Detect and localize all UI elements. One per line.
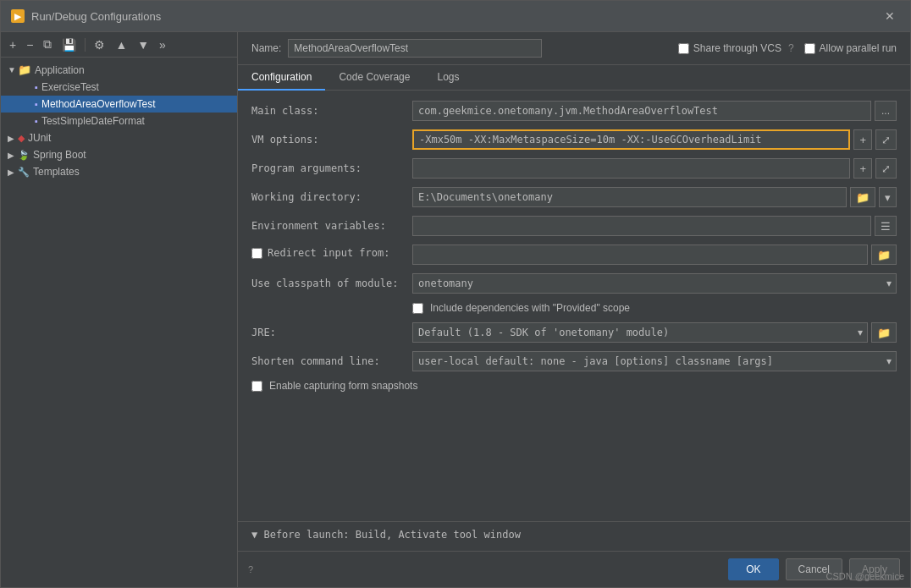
tree-item-label: JUnit	[28, 132, 51, 144]
config-toolbar: + − ⧉ 💾 ⚙ ▲ ▼ »	[1, 32, 237, 58]
jre-row: JRE: Default (1.8 - SDK of 'onetomany' m…	[251, 322, 897, 343]
redirect-input-label: Redirect input from:	[268, 247, 390, 259]
program-args-add-button[interactable]: +	[853, 158, 872, 179]
name-label: Name:	[251, 42, 281, 54]
main-class-row: Main class: ...	[251, 101, 897, 121]
tree-item-label: Application	[35, 64, 85, 76]
main-content: + − ⧉ 💾 ⚙ ▲ ▼ » ▼ 📁 Application	[1, 32, 910, 587]
program-args-field: + ⤢	[412, 158, 897, 179]
enable-snapshots-row: Enable capturing form snapshots	[251, 380, 897, 392]
redirect-input-input[interactable]	[412, 245, 868, 265]
class-icon: ▪	[35, 82, 38, 92]
jre-label: JRE:	[251, 322, 412, 338]
before-launch-label: ▼ Before launch: Build, Activate tool wi…	[251, 529, 521, 541]
cancel-button[interactable]: Cancel	[786, 558, 842, 580]
name-input[interactable]	[288, 39, 542, 58]
allow-parallel-row: Allow parallel run	[804, 42, 897, 54]
tab-configuration[interactable]: Configuration	[238, 65, 325, 91]
more-button[interactable]: »	[156, 36, 169, 53]
right-panel: Name: Share through VCS ? Allow parallel…	[238, 32, 910, 587]
redirect-input-row: Redirect input from: 📁	[251, 245, 897, 265]
tree-item-label: Spring Boot	[33, 149, 86, 161]
program-args-expand-button[interactable]: ⤢	[875, 158, 897, 179]
classpath-label: Use classpath of module:	[251, 273, 412, 289]
env-vars-label: Environment variables:	[251, 216, 412, 232]
move-up-button[interactable]: ▲	[112, 36, 130, 53]
jre-select[interactable]: Default (1.8 - SDK of 'onetomany' module…	[412, 322, 868, 343]
separator	[85, 38, 86, 52]
move-down-button[interactable]: ▼	[134, 36, 152, 53]
shorten-cmd-select[interactable]: user-local default: none - java [options…	[412, 351, 897, 371]
env-vars-input[interactable]	[412, 216, 871, 236]
class-icon: ▪	[35, 116, 38, 126]
save-config-button[interactable]: 💾	[58, 36, 80, 53]
tree-item-templates[interactable]: ▶ 🔧 Templates	[1, 163, 237, 180]
name-row: Name: Share through VCS ? Allow parallel…	[238, 32, 910, 65]
vm-options-label: VM options:	[251, 129, 412, 146]
main-class-label: Main class:	[251, 101, 412, 117]
working-dir-input[interactable]	[412, 187, 847, 207]
class-icon: ▪	[35, 99, 38, 109]
shorten-cmd-field: user-local default: none - java [options…	[412, 351, 897, 371]
close-button[interactable]: ✕	[880, 8, 900, 25]
tree-item-testsimpledateformat[interactable]: ▪ TestSimpleDateFormat	[1, 113, 237, 129]
vm-options-field: + ⤢	[412, 129, 897, 150]
share-vcs-label: Share through VCS	[693, 42, 781, 54]
bottom-bar: ? OK Cancel Apply	[238, 551, 910, 587]
tree-item-exercisetest[interactable]: ▪ ExerciseTest	[1, 79, 237, 96]
working-dir-dropdown-button[interactable]: ▾	[879, 187, 897, 207]
vm-options-input[interactable]	[412, 129, 850, 150]
enable-snapshots-checkbox[interactable]	[251, 381, 262, 392]
main-class-browse-button[interactable]: ...	[875, 101, 897, 121]
env-vars-edit-button[interactable]: ☰	[875, 216, 897, 236]
before-launch-section: ▼ Before launch: Build, Activate tool wi…	[238, 521, 910, 551]
program-args-row: Program arguments: + ⤢	[251, 158, 897, 179]
working-dir-label: Working directory:	[251, 187, 412, 203]
jre-browse-button[interactable]: 📁	[871, 322, 897, 343]
apply-button[interactable]: Apply	[849, 558, 900, 580]
allow-parallel-label: Allow parallel run	[820, 42, 897, 54]
share-area: Share through VCS ? Allow parallel run	[678, 42, 897, 54]
vm-options-expand-button[interactable]: ⤢	[875, 129, 897, 150]
add-config-button[interactable]: +	[6, 36, 19, 53]
program-args-input[interactable]	[412, 158, 850, 179]
redirect-input-browse-button[interactable]: 📁	[871, 245, 897, 265]
redirect-input-checkbox[interactable]	[251, 248, 262, 259]
remove-config-button[interactable]: −	[23, 36, 36, 53]
vm-options-row: VM options: + ⤢	[251, 129, 897, 150]
share-vcs-checkbox[interactable]	[678, 43, 689, 54]
tree-item-methodareaoverflowtest[interactable]: ▪ MethodAreaOverflowTest	[1, 96, 237, 113]
main-class-input[interactable]	[412, 101, 871, 121]
working-dir-row: Working directory: 📁 ▾	[251, 187, 897, 207]
tree-item-label: MethodAreaOverflowTest	[41, 98, 156, 110]
vm-options-add-button[interactable]: +	[853, 129, 872, 150]
copy-config-button[interactable]: ⧉	[40, 36, 55, 53]
gear-button[interactable]: ⚙	[91, 36, 108, 53]
folder-icon: 📁	[18, 63, 31, 76]
tree-item-application[interactable]: ▼ 📁 Application	[1, 61, 237, 79]
tab-logs[interactable]: Logs	[423, 65, 472, 91]
ok-button[interactable]: OK	[728, 558, 778, 580]
tree-item-springboot[interactable]: ▶ 🍃 Spring Boot	[1, 146, 237, 163]
env-vars-field: ☰	[412, 216, 897, 236]
left-panel: + − ⧉ 💾 ⚙ ▲ ▼ » ▼ 📁 Application	[1, 32, 238, 587]
tab-code-coverage[interactable]: Code Coverage	[325, 65, 423, 91]
template-icon: 🔧	[18, 167, 30, 178]
allow-parallel-checkbox[interactable]	[804, 43, 815, 54]
redirect-input-field: 📁	[412, 245, 897, 265]
classpath-row: Use classpath of module: onetomany	[251, 273, 897, 294]
arrow-icon: ▶	[8, 168, 18, 177]
spring-icon: 🍃	[18, 150, 30, 161]
help-button[interactable]: ?	[248, 564, 253, 574]
working-dir-field: 📁 ▾	[412, 187, 897, 207]
working-dir-browse-button[interactable]: 📁	[850, 187, 875, 207]
tree-item-junit[interactable]: ▶ ◆ JUnit	[1, 129, 237, 146]
jre-field: Default (1.8 - SDK of 'onetomany' module…	[412, 322, 897, 343]
tree-item-label: ExerciseTest	[41, 81, 99, 93]
shorten-cmd-select-wrapper: user-local default: none - java [options…	[412, 351, 897, 371]
classpath-select[interactable]: onetomany	[412, 273, 897, 294]
config-tree: ▼ 📁 Application ▪ ExerciseTest ▪ MethodA…	[1, 58, 237, 184]
include-deps-checkbox[interactable]	[412, 303, 423, 314]
before-launch-header: ▼ Before launch: Build, Activate tool wi…	[251, 529, 897, 541]
arrow-icon: ▼	[8, 65, 18, 74]
